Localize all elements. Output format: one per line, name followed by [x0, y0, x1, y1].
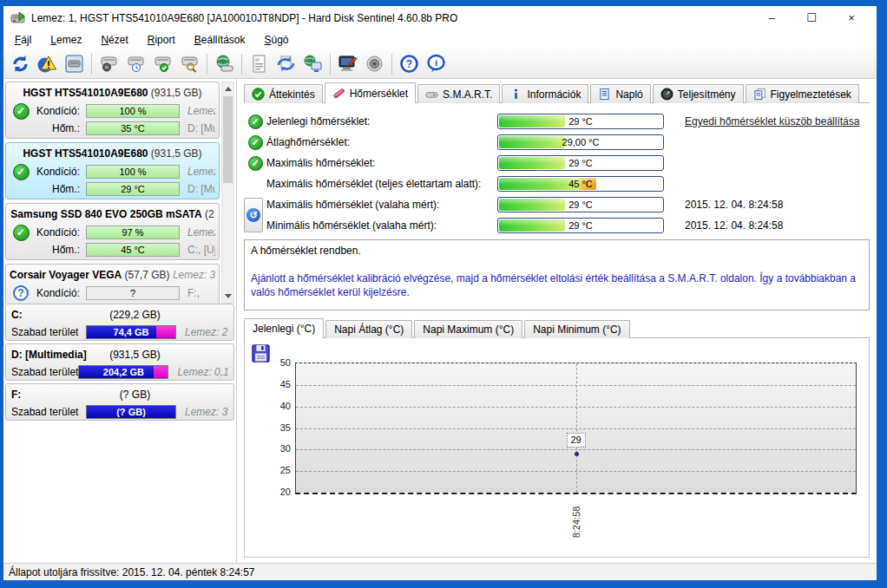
remote-monitor-button[interactable] — [334, 51, 361, 76]
custom-threshold-link[interactable]: Egyedi hőmérséklet küszöb beállítása — [685, 115, 859, 127]
partition-item-f[interactable]: F:(? GB) Szabad terület (? GB) Lemez: 3 — [5, 383, 234, 421]
data-point-label: 29 — [566, 433, 585, 448]
disk-item-2[interactable]: Samsung SSD 840 EVO 250GB mSATA (2 ✓ Kon… — [5, 203, 220, 260]
minimize-button[interactable]: – — [752, 8, 792, 29]
status-ok-icon: ✓ — [13, 164, 30, 180]
temperature-gauge: 29 °C — [497, 114, 664, 129]
check-circle-icon — [252, 88, 265, 101]
temp-row-ever-min: Minimális hőmérséklet (valaha mért): 29 … — [244, 215, 870, 236]
network-status-button[interactable] — [299, 51, 326, 76]
scrollbar-thumb[interactable] — [223, 96, 233, 183]
problems-button[interactable] — [34, 51, 61, 76]
tab-smart[interactable]: S.M.A.R.T. — [417, 84, 500, 103]
reset-minmax-button[interactable]: ↺ — [244, 198, 263, 232]
disk-list-scrollbar[interactable] — [221, 82, 234, 304]
about-button[interactable]: i — [423, 51, 450, 76]
window-title: Lemez: 1, HGST HTS541010A9E680 [JA100010… — [31, 12, 457, 24]
disk-check-button[interactable] — [149, 51, 176, 76]
speaker-icon — [365, 54, 384, 74]
temperature-rows: ✓ Jelenlegi hőmérséklet: 29 °C Egyedi hő… — [244, 111, 870, 236]
time-marker-line — [576, 363, 577, 493]
toolbar: ? i — [3, 49, 877, 79]
tab-attekintes[interactable]: Áttekintés — [244, 84, 323, 103]
close-button[interactable]: × — [831, 8, 871, 29]
status-ok-icon: ✓ — [13, 225, 30, 241]
timestamp: 2015. 12. 04. 8:24:58 — [685, 199, 783, 211]
maximize-button[interactable]: ☐ — [792, 8, 831, 29]
y-axis-tick: 30 — [265, 443, 291, 454]
scroll-up-arrow[interactable] — [222, 82, 233, 95]
y-axis-tick: 25 — [265, 465, 291, 475]
tab-homerseklet[interactable]: Hőmérséklet — [325, 82, 416, 103]
tab-naplo[interactable]: Napló — [590, 84, 650, 103]
x-axis-tick: 8:24:58 — [571, 496, 581, 548]
temp-row-maximum: ✓ Maximális hőmérséklet: 29 °C — [244, 153, 870, 173]
tab-teljesitmeny[interactable]: Teljesítmény — [653, 84, 744, 103]
tab-figyelmeztetesek[interactable]: Figyelmeztetések — [746, 84, 859, 103]
menu-fajl[interactable]: Fájl — [15, 34, 31, 46]
sync-button[interactable] — [273, 51, 299, 76]
menu-riport[interactable]: Riport — [148, 34, 175, 46]
temperature-bar: 45 °C — [86, 243, 180, 257]
scroll-down-arrow[interactable] — [222, 290, 233, 303]
disk-item-0[interactable]: HGST HTS541010A9E680 (931,5 GB) ✓ Kondíc… — [5, 82, 220, 139]
y-axis-tick: 35 — [265, 422, 291, 433]
refresh-button[interactable] — [7, 51, 34, 76]
titlebar: Lemez: 1, HGST HTS541010A9E680 [JA100010… — [3, 6, 877, 29]
report-icon — [249, 54, 269, 74]
report-button[interactable] — [246, 51, 273, 76]
y-axis-tick: 40 — [265, 401, 291, 411]
performance-gauge-icon — [660, 88, 673, 101]
info-icon: i — [426, 54, 446, 74]
temperature-info-box: A hőmérséklet rendben. Ajánlott a hőmérs… — [244, 239, 870, 310]
menu-sugo[interactable]: Súgó — [264, 34, 288, 46]
status-ok-icon: ✓ — [248, 135, 263, 150]
disk-item-3[interactable]: Corsair Voyager VEGA (57,7 GB) Lemez: 3 … — [5, 264, 220, 304]
chart-tab-napi-minimum[interactable]: Napi Minimum (°C) — [524, 320, 629, 338]
disk-list: HGST HTS541010A9E680 (931,5 GB) ✓ Kondíc… — [5, 82, 234, 304]
refresh-icon — [10, 54, 30, 74]
data-point — [575, 452, 579, 456]
chart-tab-jelenlegi[interactable]: Jelenlegi (°C) — [244, 318, 324, 338]
partition-item-d[interactable]: D: [Multimedia](931,5 GB) Szabad terület… — [5, 343, 234, 381]
disk-sound-button[interactable] — [95, 51, 122, 76]
disk-item-1-selected[interactable]: HGST HTS541010A9E680 (931,5 GB) ✓ Kondíc… — [5, 142, 220, 199]
menu-nezet[interactable]: Nézet — [101, 34, 128, 46]
thermometer-icon — [332, 87, 345, 100]
status-unknown-icon: ? — [13, 285, 29, 301]
disk-button[interactable] — [61, 51, 88, 76]
sync-icon — [276, 54, 296, 74]
temp-row-average: ✓ Átlaghőmérséklet: 29,00 °C — [244, 132, 870, 153]
free-space-bar: (? GB) — [86, 405, 176, 419]
condition-bar: 100 % — [86, 104, 180, 118]
globe-disk-icon — [214, 54, 234, 74]
condition-bar: 100 % — [86, 165, 180, 179]
info-line-1: A hőmérséklet rendben. — [251, 244, 863, 258]
alert-pages-icon — [753, 88, 766, 101]
sound-button[interactable] — [361, 51, 388, 76]
svg-text:?: ? — [406, 58, 412, 70]
status-ok-icon: ✓ — [248, 114, 263, 129]
condition-bar: ? — [86, 286, 180, 300]
disk-analyze-button[interactable] — [176, 51, 203, 76]
disk-clock-button[interactable] — [122, 51, 149, 76]
app-icon — [10, 11, 25, 24]
temperature-gauge: 29,00 °C — [497, 134, 664, 150]
menu-beallitasok[interactable]: Beállítások — [194, 34, 246, 46]
chart-tab-napi-maximum[interactable]: Napi Maximum (°C) — [414, 320, 522, 338]
menu-lemez[interactable]: Lemez — [50, 34, 82, 46]
log-document-icon — [598, 88, 611, 101]
information-icon — [509, 88, 522, 101]
timestamp: 2015. 12. 04. 8:24:58 — [685, 219, 783, 232]
network-drive-button[interactable] — [211, 51, 238, 76]
partition-item-c[interactable]: C:(229,2 GB) Szabad terület 74,4 GB Leme… — [5, 304, 234, 341]
network-computer-icon — [303, 54, 323, 74]
warning-icon — [37, 54, 57, 74]
tab-informaciok[interactable]: Információk — [502, 84, 588, 103]
toolbar-separator — [241, 54, 242, 75]
smart-disk-icon — [425, 88, 438, 101]
free-space-bar: 204,2 GB — [78, 365, 168, 379]
help-button[interactable]: ? — [396, 51, 423, 76]
chart-tab-napi-atlag[interactable]: Napi Átlag (°C) — [325, 320, 412, 338]
toolbar-separator — [330, 54, 331, 75]
